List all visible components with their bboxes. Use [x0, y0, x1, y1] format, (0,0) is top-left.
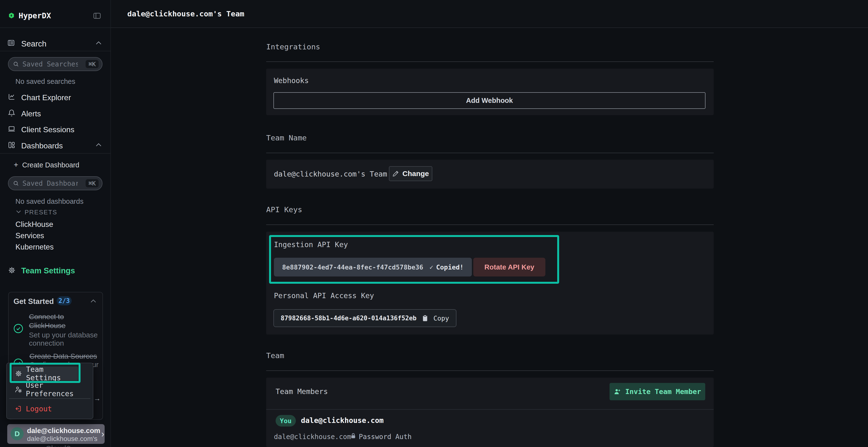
clipboard-icon	[422, 314, 428, 322]
hyperdx-logo-icon	[8, 12, 15, 19]
user-email: dale@clickhouse.com	[27, 427, 100, 435]
team-members-panel: Team Members Invite Team Member You dale…	[266, 378, 714, 447]
ingestion-api-key-chip[interactable]: 8e887902-4ed7-44ea-8fec-f47cd578be36 ✓ C…	[274, 258, 472, 276]
chevron-up-icon[interactable]	[90, 299, 96, 303]
chevron-right-icon: ›	[101, 429, 104, 439]
brand-title: HyperDX	[19, 11, 51, 20]
collapse-sidebar-icon[interactable]	[93, 12, 101, 19]
chart-icon	[8, 93, 16, 101]
menu-item-label: Logout	[26, 405, 52, 413]
menu-item-logout[interactable]: Logout	[12, 402, 88, 416]
divider	[0, 28, 111, 28]
saved-searches-input[interactable]: ⌘K	[8, 57, 102, 71]
shortcut-badge: ⌘K	[86, 60, 99, 68]
team-name-section-title: Team Name	[266, 133, 307, 142]
step-title-connect-clickhouse: Connect to ClickHouse	[29, 312, 96, 330]
sidebar-item-label: Alerts	[21, 109, 41, 118]
no-saved-dashboards-text: No saved dashboards	[16, 198, 84, 205]
ingestion-api-key-label: Ingestion API Key	[274, 240, 348, 249]
team-settings-label: Team Settings	[21, 266, 75, 275]
member-email: dale@clickhouse.com	[274, 433, 351, 441]
account-menu: Team Settings User Preferences Logout	[6, 363, 93, 419]
sidebar-section-search-label: Search	[21, 39, 46, 48]
step-subtitle: Set up your database connection	[29, 331, 99, 347]
team-members-heading: Team Members	[276, 387, 328, 396]
user-account-card[interactable]: D dale@clickhouse.com dale@clickhouse.co…	[7, 424, 105, 444]
add-webhook-button[interactable]: Add Webhook	[273, 92, 706, 109]
auth-method-label: Password Auth	[359, 433, 411, 441]
sidebar-item-team-settings[interactable]: Team Settings	[0, 265, 111, 277]
sidebar-item-chart-explorer[interactable]: Chart Explorer	[0, 91, 111, 104]
sidebar-section-dashboards-label: Dashboards	[21, 141, 63, 150]
chevron-up-icon	[95, 143, 102, 147]
sidebar-section-search[interactable]: Search	[0, 36, 111, 50]
menu-item-team-settings[interactable]: Team Settings	[12, 367, 78, 381]
team-name-panel: dale@clickhouse.com's Team Change	[266, 160, 714, 188]
chevron-down-icon	[16, 210, 21, 213]
section-divider	[266, 225, 714, 225]
pencil-icon	[392, 170, 399, 177]
change-button-label: Change	[402, 170, 429, 178]
section-divider	[266, 370, 714, 371]
personal-api-key-value: 87982668-58b1-4d6e-a620-014a136f52eb	[281, 314, 416, 322]
copy-label: Copy	[434, 314, 449, 322]
saved-searches-field[interactable]	[23, 60, 78, 68]
clipped-bottom-text: Cloud?	[46, 444, 71, 447]
webhooks-heading: Webhooks	[274, 76, 309, 85]
team-name-value: dale@clickhouse.com's Team	[274, 170, 387, 178]
api-keys-section-title: API Keys	[266, 205, 302, 214]
topbar: dale@clickhouse.com's Team	[111, 0, 868, 28]
page-title: dale@clickhouse.com's Team	[127, 9, 244, 18]
menu-item-label: Team Settings	[26, 365, 78, 382]
saved-dashboards-input[interactable]: ⌘K	[8, 176, 102, 190]
you-badge: You	[276, 415, 296, 426]
search-icon	[13, 180, 19, 186]
logout-icon	[14, 405, 22, 412]
gear-icon	[15, 370, 22, 377]
sidebar-item-label: Chart Explorer	[21, 93, 71, 102]
search-section-icon	[7, 39, 15, 47]
team-section-title: Team	[266, 351, 284, 360]
presets-toggle[interactable]: PRESETS	[0, 207, 111, 217]
webhooks-panel: Webhooks Add Webhook	[266, 69, 714, 115]
copied-label: Copied!	[436, 264, 464, 271]
gear-icon	[8, 266, 16, 274]
presets-label: PRESETS	[25, 209, 57, 216]
integrations-section-title: Integrations	[266, 42, 320, 51]
menu-item-label: User Preferences	[26, 381, 88, 398]
avatar: D	[10, 427, 24, 440]
personal-api-key-chip[interactable]: 87982668-58b1-4d6e-a620-014a136f52eb Cop…	[273, 309, 457, 327]
chevron-up-icon	[95, 41, 102, 45]
search-icon	[13, 61, 19, 67]
menu-divider	[9, 398, 90, 399]
invite-team-member-button[interactable]: Invite Team Member	[610, 383, 705, 400]
lock-icon	[350, 432, 356, 440]
create-dashboard-button[interactable]: + Create Dashboard	[0, 159, 111, 171]
preset-item-kubernetes[interactable]: Kubernetes	[16, 243, 54, 251]
laptop-icon	[8, 125, 16, 133]
preset-item-clickhouse[interactable]: ClickHouse	[16, 220, 53, 229]
divider	[0, 153, 111, 153]
menu-item-user-preferences[interactable]: User Preferences	[12, 382, 88, 397]
section-divider	[266, 153, 714, 153]
invite-button-label: Invite Team Member	[625, 387, 701, 396]
change-team-name-button[interactable]: Change	[389, 166, 432, 181]
sidebar: HyperDX Search ⌘K No saved searches Char…	[0, 0, 111, 447]
rotate-api-key-button[interactable]: Rotate API Key	[473, 258, 546, 276]
sidebar-item-client-sessions[interactable]: Client Sessions	[0, 123, 111, 136]
get-started-title: Get Started	[13, 297, 54, 306]
saved-dashboards-field[interactable]	[23, 179, 78, 187]
step-title-create-data-sources: Create Data Sources	[29, 352, 106, 360]
sidebar-item-label: Client Sessions	[21, 125, 74, 134]
preset-item-services[interactable]: Services	[16, 232, 44, 240]
arrow-right-icon: →	[94, 394, 101, 403]
no-saved-searches-text: No saved searches	[16, 77, 75, 85]
sidebar-section-dashboards[interactable]: Dashboards	[0, 139, 111, 152]
bell-icon	[8, 109, 16, 117]
user-team-name: dale@clickhouse.com's	[27, 435, 97, 443]
sidebar-item-alerts[interactable]: Alerts	[0, 107, 111, 120]
dashboard-grid-icon	[8, 141, 16, 149]
section-divider	[266, 61, 714, 62]
divider	[0, 51, 111, 51]
check-circle-icon	[13, 324, 23, 333]
